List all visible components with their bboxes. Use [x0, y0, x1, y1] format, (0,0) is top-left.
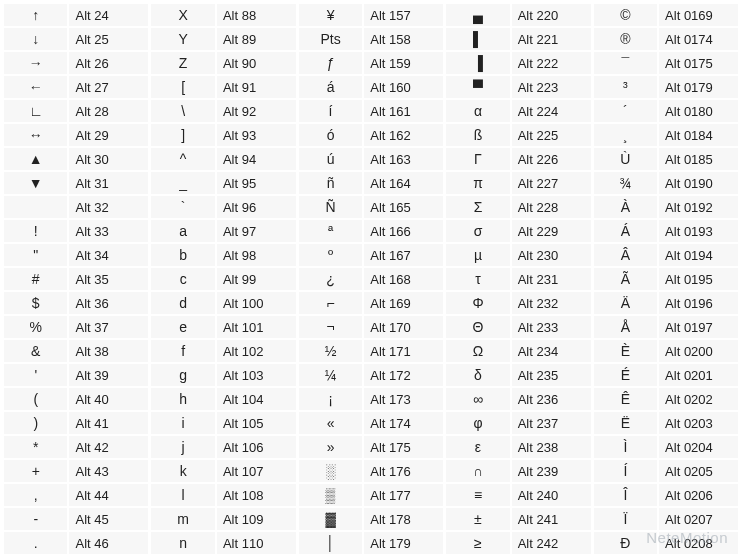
table-row: ≥Alt 242 — [446, 532, 590, 554]
table-row: nAlt 110 — [151, 532, 295, 554]
table-row: mAlt 109 — [151, 508, 295, 530]
symbol-cell: ß — [446, 124, 509, 146]
table-row: ÏAlt 0207 — [594, 508, 738, 530]
code-cell: Alt 222 — [512, 52, 591, 74]
table-row: ¡Alt 173 — [299, 388, 443, 410]
code-cell: Alt 0207 — [659, 508, 738, 530]
table-row: úAlt 163 — [299, 148, 443, 170]
column: ↑Alt 24↓Alt 25→Alt 26←Alt 27∟Alt 28↔Alt … — [4, 4, 148, 554]
code-cell: Alt 179 — [364, 532, 443, 554]
symbol-cell: Γ — [446, 148, 509, 170]
code-cell: Alt 0200 — [659, 340, 738, 362]
table-row: `Alt 96 — [151, 196, 295, 218]
code-cell: Alt 0208 — [659, 532, 738, 554]
table-row: ΦAlt 232 — [446, 292, 590, 314]
code-cell: Alt 0169 — [659, 4, 738, 26]
code-cell: Alt 95 — [217, 172, 296, 194]
symbol-cell: ⌐ — [299, 292, 362, 314]
code-cell: Alt 0204 — [659, 436, 738, 458]
symbol-cell: ¯ — [594, 52, 657, 74]
table-row: ±Alt 241 — [446, 508, 590, 530]
table-row: ®Alt 0174 — [594, 28, 738, 50]
symbol-cell: δ — [446, 364, 509, 386]
table-row: ∟Alt 28 — [4, 100, 148, 122]
table-row: ÌAlt 0204 — [594, 436, 738, 458]
code-cell: Alt 41 — [69, 412, 148, 434]
code-cell: Alt 0192 — [659, 196, 738, 218]
code-cell: Alt 99 — [217, 268, 296, 290]
table-row: ÙAlt 0185 — [594, 148, 738, 170]
table-row: íAlt 161 — [299, 100, 443, 122]
symbol-cell: » — [299, 436, 362, 458]
symbol-cell: ∞ — [446, 388, 509, 410]
code-cell: Alt 38 — [69, 340, 148, 362]
table-row: ▐Alt 222 — [446, 52, 590, 74]
table-row: ZAlt 90 — [151, 52, 295, 74]
table-row: ^Alt 94 — [151, 148, 295, 170]
symbol-cell: σ — [446, 220, 509, 242]
code-cell: Alt 107 — [217, 460, 296, 482]
table-row: ∞Alt 236 — [446, 388, 590, 410]
code-cell: Alt 0175 — [659, 52, 738, 74]
code-cell: Alt 175 — [364, 436, 443, 458]
table-row: µAlt 230 — [446, 244, 590, 266]
code-cell: Alt 0195 — [659, 268, 738, 290]
code-cell: Alt 42 — [69, 436, 148, 458]
code-cell: Alt 36 — [69, 292, 148, 314]
symbol-cell: j — [151, 436, 214, 458]
code-cell: Alt 172 — [364, 364, 443, 386]
code-cell: Alt 164 — [364, 172, 443, 194]
code-cell: Alt 237 — [512, 412, 591, 434]
table-row: jAlt 106 — [151, 436, 295, 458]
table-row: ▲Alt 30 — [4, 148, 148, 170]
symbol-cell: , — [4, 484, 67, 506]
table-row: →Alt 26 — [4, 52, 148, 74]
table-row: \Alt 92 — [151, 100, 295, 122]
symbol-cell: Θ — [446, 316, 509, 338]
code-cell: Alt 27 — [69, 76, 148, 98]
symbol-cell: ( — [4, 388, 67, 410]
table-row: .Alt 46 — [4, 532, 148, 554]
symbol-cell: ¸ — [594, 124, 657, 146]
code-cell: Alt 30 — [69, 148, 148, 170]
table-row: »Alt 175 — [299, 436, 443, 458]
table-row: )Alt 41 — [4, 412, 148, 434]
table-row: ≡Alt 240 — [446, 484, 590, 506]
table-row: ▄Alt 220 — [446, 4, 590, 26]
symbol-cell: ¼ — [299, 364, 362, 386]
code-cell: Alt 0193 — [659, 220, 738, 242]
table-row: YAlt 89 — [151, 28, 295, 50]
table-row: ¿Alt 168 — [299, 268, 443, 290]
code-cell: Alt 242 — [512, 532, 591, 554]
table-row: τAlt 231 — [446, 268, 590, 290]
table-row: ░Alt 176 — [299, 460, 443, 482]
table-row: ÑAlt 165 — [299, 196, 443, 218]
symbol-cell: + — [4, 460, 67, 482]
table-row: dAlt 100 — [151, 292, 295, 314]
symbol-cell: α — [446, 100, 509, 122]
code-cell: Alt 26 — [69, 52, 148, 74]
symbol-cell: │ — [299, 532, 362, 554]
symbol-cell: " — [4, 244, 67, 266]
code-cell: Alt 170 — [364, 316, 443, 338]
symbol-cell: ! — [4, 220, 67, 242]
symbol-cell: m — [151, 508, 214, 530]
code-cell: Alt 241 — [512, 508, 591, 530]
code-cell: Alt 0185 — [659, 148, 738, 170]
code-cell: Alt 98 — [217, 244, 296, 266]
symbol-cell: d — [151, 292, 214, 314]
code-cell: Alt 233 — [512, 316, 591, 338]
code-cell: Alt 159 — [364, 52, 443, 74]
code-cell: Alt 37 — [69, 316, 148, 338]
symbol-cell: ≡ — [446, 484, 509, 506]
code-cell: Alt 225 — [512, 124, 591, 146]
symbol-cell: . — [4, 532, 67, 554]
table-row: aAlt 97 — [151, 220, 295, 242]
table-row: XAlt 88 — [151, 4, 295, 26]
table-row: σAlt 229 — [446, 220, 590, 242]
code-cell: Alt 0205 — [659, 460, 738, 482]
symbol-cell: φ — [446, 412, 509, 434]
symbol-cell: ∟ — [4, 100, 67, 122]
code-cell: Alt 0184 — [659, 124, 738, 146]
code-cell: Alt 34 — [69, 244, 148, 266]
